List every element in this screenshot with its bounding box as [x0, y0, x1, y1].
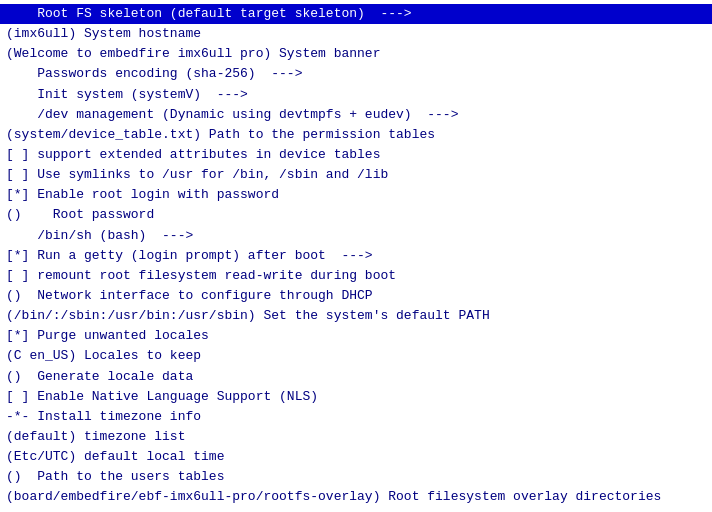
terminal-line-11[interactable]: () Root password	[0, 205, 712, 225]
terminal-line-10[interactable]: [*] Enable root login with password	[0, 185, 712, 205]
terminal-line-12[interactable]: /bin/sh (bash) --->	[0, 226, 712, 246]
terminal-line-13[interactable]: [*] Run a getty (login prompt) after boo…	[0, 246, 712, 266]
terminal-line-3[interactable]: (Welcome to embedfire imx6ull pro) Syste…	[0, 44, 712, 64]
terminal-line-7[interactable]: (system/device_table.txt) Path to the pe…	[0, 125, 712, 145]
terminal-line-1[interactable]: Root FS skeleton (default target skeleto…	[0, 4, 712, 24]
terminal-line-16[interactable]: (/bin/:/sbin:/usr/bin:/usr/sbin) Set the…	[0, 306, 712, 326]
terminal-line-15[interactable]: () Network interface to configure throug…	[0, 286, 712, 306]
terminal-line-17[interactable]: [*] Purge unwanted locales	[0, 326, 712, 346]
terminal-line-14[interactable]: [ ] remount root filesystem read-write d…	[0, 266, 712, 286]
terminal-line-4[interactable]: Passwords encoding (sha-256) --->	[0, 64, 712, 84]
terminal-line-8[interactable]: [ ] support extended attributes in devic…	[0, 145, 712, 165]
terminal-line-25[interactable]: (board/embedfire/ebf-imx6ull-pro/rootfs-…	[0, 487, 712, 507]
terminal-line-18[interactable]: (C en_US) Locales to keep	[0, 346, 712, 366]
terminal-line-5[interactable]: Init system (systemV) --->	[0, 85, 712, 105]
terminal-line-2[interactable]: (imx6ull) System hostname	[0, 24, 712, 44]
terminal-line-20[interactable]: [ ] Enable Native Language Support (NLS)	[0, 387, 712, 407]
terminal-line-21[interactable]: -*- Install timezone info	[0, 407, 712, 427]
terminal-line-6[interactable]: /dev management (Dynamic using devtmpfs …	[0, 105, 712, 125]
terminal-line-23[interactable]: (Etc/UTC) default local time	[0, 447, 712, 467]
terminal-line-26[interactable]: () Custom scripts to run before creating…	[0, 508, 712, 512]
terminal-line-9[interactable]: [ ] Use symlinks to /usr for /bin, /sbin…	[0, 165, 712, 185]
terminal-line-22[interactable]: (default) timezone list	[0, 427, 712, 447]
terminal-window: Root FS skeleton (default target skeleto…	[0, 0, 712, 512]
terminal-line-24[interactable]: () Path to the users tables	[0, 467, 712, 487]
terminal-line-19[interactable]: () Generate locale data	[0, 367, 712, 387]
